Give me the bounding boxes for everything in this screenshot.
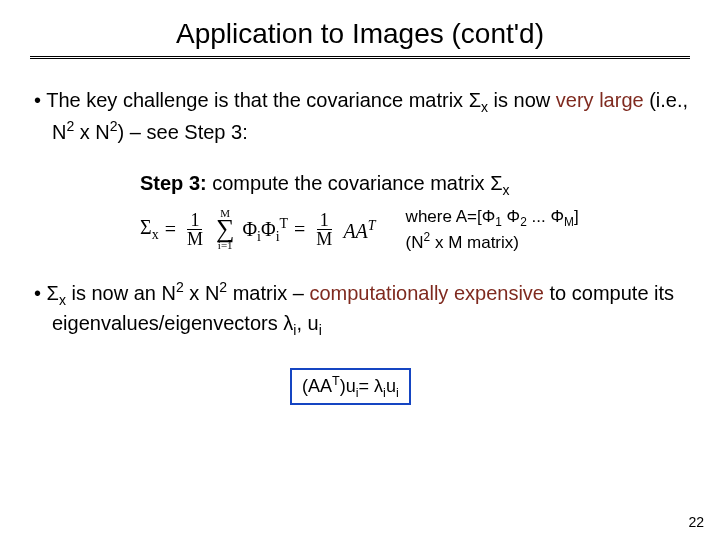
- box-pre: (AA: [302, 376, 332, 396]
- bullet-1: The key challenge is that the covariance…: [30, 87, 690, 146]
- sum-bot: i=1: [218, 240, 233, 251]
- n2-pre: (N: [406, 233, 424, 252]
- page-number: 22: [688, 514, 704, 530]
- b2-sup1: 2: [176, 279, 184, 295]
- b1-post2: x N: [74, 121, 110, 143]
- b2-sub3: i: [319, 322, 322, 338]
- box-sub3: i: [396, 385, 399, 399]
- eq-frac2-num: 1: [317, 211, 332, 230]
- box-mid1: )u: [340, 376, 356, 396]
- eigen-equation-box: (AAT)ui= λiui: [290, 368, 411, 406]
- b2-sub1: x: [59, 292, 66, 308]
- eq-phi: Φ: [242, 217, 257, 239]
- box-mid2: = λ: [359, 376, 384, 396]
- n2-post: x M matrix): [430, 233, 519, 252]
- n1-post: ]: [574, 207, 579, 226]
- b1-sup2: 2: [110, 118, 118, 134]
- eq-sigma-sub: x: [152, 227, 159, 242]
- n1-pre: where A=[Φ: [406, 207, 496, 226]
- eq-frac2: 1 M: [313, 211, 335, 248]
- b1-pre: The key challenge is that the covariance…: [46, 89, 481, 111]
- eq-phiT: Φ: [261, 217, 276, 239]
- b2-pre: Σ: [47, 282, 59, 304]
- eq-phi-term: ΦiΦiT: [242, 216, 288, 245]
- equation-row: Σx = 1 M M ∑ i=1 ΦiΦiT = 1 M AAT where A…: [140, 206, 690, 255]
- step3-heading: Step 3: compute the covariance matrix Σx: [140, 172, 690, 198]
- b2-accent: computationally expensive: [309, 282, 544, 304]
- eq-frac1-den: M: [184, 230, 206, 248]
- b1-mid: is now: [488, 89, 556, 111]
- eq-note-line2: (N2 x M matrix): [406, 230, 579, 254]
- box-supT: T: [332, 374, 340, 388]
- b2-sup2: 2: [219, 279, 227, 295]
- eq-note-line1: where A=[Φ1 Φ2 ... ΦM]: [406, 206, 579, 231]
- eq-aat-text: AA: [343, 219, 367, 241]
- eq-frac1-num: 1: [187, 211, 202, 230]
- b2-post2: , u: [296, 312, 318, 334]
- n1-m1: Φ: [502, 207, 520, 226]
- slide-title: Application to Images (cont'd): [30, 18, 690, 50]
- step3-sub: x: [503, 182, 510, 198]
- title-rule: [30, 56, 690, 59]
- eq-frac1: 1 M: [184, 211, 206, 248]
- n1-s1: 1: [495, 215, 502, 229]
- step3-label: Step 3:: [140, 172, 207, 194]
- b2-mid2: x N: [184, 282, 220, 304]
- b1-accent: very large: [556, 89, 644, 111]
- b1-sub1: x: [481, 99, 488, 115]
- b1-post3: ) – see Step 3:: [118, 121, 248, 143]
- n1-m2: ... Φ: [527, 207, 564, 226]
- eq-eq2: =: [294, 218, 305, 241]
- eq-lhs: Σx: [140, 216, 159, 243]
- covariance-equation: Σx = 1 M M ∑ i=1 ΦiΦiT = 1 M AAT: [140, 208, 376, 251]
- step3-text: compute the covariance matrix Σ: [207, 172, 503, 194]
- bullet-2: Σx is now an N2 x N2 matrix – computatio…: [30, 278, 690, 339]
- b2-mid1: is now an N: [66, 282, 176, 304]
- eq-aat: AAT: [343, 218, 375, 243]
- eq-phiT-sup: T: [280, 216, 289, 231]
- b2-mid3: matrix –: [227, 282, 309, 304]
- eq-eq1: =: [165, 218, 176, 241]
- sum-symbol: ∑: [216, 219, 235, 240]
- eq-sigma: Σ: [140, 216, 152, 238]
- summation-icon: M ∑ i=1: [216, 208, 235, 251]
- n1-sM: M: [564, 215, 574, 229]
- n1-s2: 2: [520, 215, 527, 229]
- eq-aat-sup: T: [368, 218, 376, 233]
- eq-frac2-den: M: [313, 230, 335, 248]
- equation-note: where A=[Φ1 Φ2 ... ΦM] (N2 x M matrix): [406, 206, 579, 255]
- box-mid3: u: [386, 376, 396, 396]
